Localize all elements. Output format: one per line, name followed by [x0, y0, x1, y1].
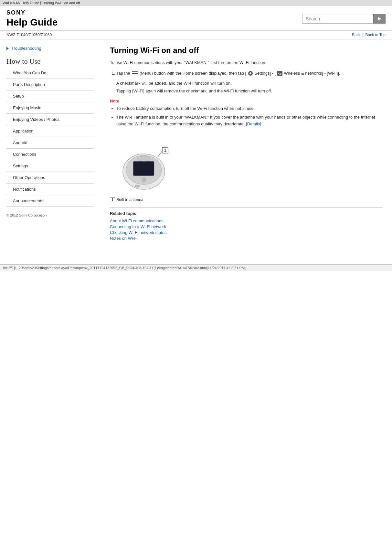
related-link-1[interactable]: About Wi-Fi communications	[110, 218, 163, 223]
sidebar-item-label: Enjoying Music	[13, 105, 41, 110]
followup-text-1: A checkmark will be added, and the Wi-Fi…	[116, 80, 382, 87]
related-link-2[interactable]: Connecting to a Wi-Fi network	[110, 224, 166, 229]
related-topic-list: About Wi-Fi communications Connecting to…	[110, 218, 382, 241]
followup-text-2: Tapping [Wi-Fi] again will remove the ch…	[116, 88, 382, 95]
sidebar-item-other-operations[interactable]: Other Operations	[6, 172, 94, 184]
sidebar-item-label: Settings	[13, 164, 28, 168]
menu-icon	[132, 71, 138, 76]
svg-rect-9	[133, 161, 154, 176]
intro-text: To use Wi-Fi communications with your "W…	[110, 59, 382, 66]
header: SONY Help Guide	[0, 6, 392, 31]
sidebar-item-application[interactable]: Application	[6, 125, 94, 137]
sidebar-item-enjoying-music[interactable]: Enjoying Music	[6, 102, 94, 114]
sidebar-item-notifications[interactable]: Notifications	[6, 184, 94, 195]
nav-separator: |	[362, 33, 363, 37]
svg-rect-2	[132, 75, 138, 75]
sidebar-item-label: What You Can Do	[13, 70, 46, 75]
search-area	[302, 14, 386, 24]
chevron-right-icon	[6, 47, 9, 50]
svg-text:1: 1	[164, 148, 166, 153]
device-image-area: 1 1 Built-in antenna	[110, 133, 382, 202]
sidebar-item-label: Android	[13, 140, 27, 145]
related-link-item-4: Notes on Wi-Fi	[110, 236, 382, 241]
svg-point-6	[280, 75, 280, 76]
related-link-item-3: Checking Wi-Fi network status	[110, 230, 382, 235]
footer-url: file:///F|/...20and%20Settings/editorala…	[3, 266, 246, 270]
sidebar-item-settings[interactable]: Settings	[6, 160, 94, 172]
antenna-label: 1 Built-in antenna	[110, 197, 382, 202]
sidebar-item-label: Notifications	[13, 187, 36, 192]
antenna-label-text: Built-in antenna	[116, 197, 143, 202]
note-title: Note	[110, 99, 382, 103]
sidebar-item-parts-description[interactable]: Parts Description	[6, 79, 94, 90]
sidebar: Troubleshooting How to Use What You Can …	[0, 39, 100, 251]
nav-bar: NWZ-Z1040/Z1050/Z1060 Back | Back to Top	[0, 31, 392, 39]
sidebar-item-setup[interactable]: Setup	[6, 90, 94, 102]
svg-rect-1	[132, 73, 138, 74]
note-item-1: To reduce battery consumption, turn off …	[116, 105, 382, 112]
related-link-3[interactable]: Checking Wi-Fi network status	[110, 230, 167, 235]
step-1-item: Tap the (Menu) button with the Home scre…	[116, 70, 382, 77]
back-to-top-link[interactable]: Back to Top	[366, 33, 386, 37]
header-left: SONY Help Guide	[6, 9, 58, 28]
troubleshooting-link[interactable]: Troubleshooting	[6, 46, 94, 51]
content-area: Troubleshooting How to Use What You Can …	[0, 39, 392, 251]
details-link[interactable]: [Details]	[246, 122, 261, 126]
sidebar-item-label: Setup	[13, 94, 24, 99]
browser-title-text: WALKMAN Help Guide | Turning Wi-Fi on an…	[3, 1, 80, 5]
svg-point-10	[142, 178, 146, 182]
settings-icon	[248, 71, 253, 76]
page-wrapper: SONY Help Guide NWZ-Z1040/Z1050/Z1060 Ba…	[0, 6, 392, 271]
article-title: Turning Wi-Fi on and off	[110, 46, 382, 55]
svg-point-15	[135, 185, 140, 187]
steps-list: Tap the (Menu) button with the Home scre…	[116, 70, 382, 77]
step-1-text: Tap the (Menu) button with the Home scre…	[116, 71, 340, 76]
wireless-icon	[277, 71, 282, 76]
sidebar-item-enjoying-videos[interactable]: Enjoying Videos / Photos	[6, 114, 94, 125]
note-list: To reduce battery consumption, turn off …	[116, 105, 382, 127]
sidebar-item-android[interactable]: Android	[6, 137, 94, 149]
sony-logo: SONY	[6, 9, 58, 16]
related-topic-title: Related topic	[110, 211, 382, 216]
help-guide-title: Help Guide	[6, 17, 58, 28]
browser-title-bar: WALKMAN Help Guide | Turning Wi-Fi on an…	[0, 0, 392, 6]
troubleshooting-label: Troubleshooting	[11, 46, 41, 51]
note-text-1: To reduce battery consumption, turn off …	[116, 106, 255, 111]
sidebar-copyright: © 2012 Sony Corporation	[6, 213, 94, 217]
related-topic-section: Related topic About Wi-Fi communications…	[110, 207, 382, 241]
svg-point-11	[137, 156, 150, 161]
search-button[interactable]	[373, 14, 386, 24]
search-input[interactable]	[302, 14, 373, 24]
related-link-4[interactable]: Notes on Wi-Fi	[110, 236, 138, 241]
device-svg-container: 1	[110, 133, 181, 195]
sidebar-item-label: Other Operations	[13, 175, 45, 180]
search-arrow-icon	[378, 17, 381, 21]
sidebar-item-label: Announcements	[13, 198, 43, 203]
sidebar-item-label: Application	[13, 129, 34, 133]
antenna-label-number: 1	[110, 197, 115, 202]
main-content: Turning Wi-Fi on and off To use Wi-Fi co…	[100, 39, 392, 251]
footer-bar: file:///F|/...20and%20Settings/editorala…	[0, 264, 392, 271]
device-illustration: 1	[110, 133, 181, 194]
sidebar-item-connections[interactable]: Connections	[6, 149, 94, 160]
note-section: Note To reduce battery consumption, turn…	[110, 99, 382, 127]
svg-rect-0	[132, 71, 138, 72]
sidebar-item-label: Enjoying Videos / Photos	[13, 117, 59, 122]
sidebar-item-label: Connections	[13, 152, 36, 157]
sidebar-item-what-you-can-do[interactable]: What You Can Do	[6, 67, 94, 79]
sidebar-item-label: Parts Description	[13, 82, 45, 87]
nav-bar-right: Back | Back to Top	[352, 33, 386, 37]
back-link[interactable]: Back	[352, 33, 361, 37]
sidebar-item-announcements[interactable]: Announcements	[6, 195, 94, 207]
svg-point-4	[249, 72, 251, 74]
related-link-item-1: About Wi-Fi communications	[110, 218, 382, 223]
note-item-2: The Wi-Fi antenna is built in to your "W…	[116, 114, 382, 128]
how-to-use-title: How to Use	[6, 57, 94, 66]
related-link-item-2: Connecting to a Wi-Fi network	[110, 224, 382, 229]
device-model: NWZ-Z1040/Z1050/Z1060	[6, 33, 52, 37]
